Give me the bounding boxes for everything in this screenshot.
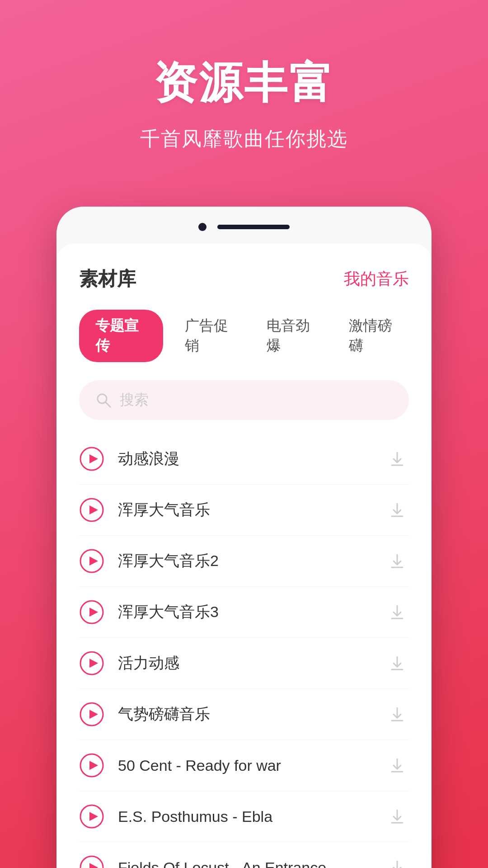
music-name: Fields Of Locust - An Entrance (118, 859, 385, 868)
tab-electronic[interactable]: 电音劲爆 (258, 310, 327, 362)
play-button[interactable] (79, 548, 104, 574)
phone-notch (56, 223, 432, 244)
music-item: 气势磅礴音乐 (79, 689, 409, 740)
svg-marker-3 (89, 454, 98, 463)
download-icon (387, 755, 407, 775)
music-name: E.S. Posthumus - Ebla (118, 808, 385, 826)
hero-title: 资源丰富 (27, 54, 461, 113)
music-name: 50 Cent - Ready for war (118, 757, 385, 774)
music-item: 动感浪漫 (79, 434, 409, 485)
download-icon (387, 449, 407, 469)
music-item: 浑厚大气音乐2 (79, 536, 409, 587)
play-button[interactable] (79, 497, 104, 523)
play-button[interactable] (79, 446, 104, 472)
svg-marker-31 (89, 812, 98, 821)
music-name: 活力动感 (118, 653, 385, 674)
download-icon (387, 704, 407, 724)
play-button[interactable] (79, 651, 104, 676)
music-name: 浑厚大气音乐 (118, 500, 385, 520)
play-button[interactable] (79, 804, 104, 829)
download-button[interactable] (385, 703, 409, 726)
tab-epic[interactable]: 激情磅礴 (340, 310, 409, 362)
download-button[interactable] (385, 856, 409, 868)
music-item: 浑厚大气音乐 (79, 485, 409, 536)
download-icon (387, 807, 407, 826)
music-item: 活力动感 (79, 638, 409, 689)
svg-marker-35 (89, 863, 98, 868)
svg-marker-7 (89, 505, 98, 514)
music-name: 浑厚大气音乐2 (118, 551, 385, 571)
hero-subtitle: 千首风靡歌曲任你挑选 (27, 126, 461, 152)
download-icon (387, 551, 407, 571)
music-list: 动感浪漫 浑厚大气音乐 (79, 434, 409, 868)
search-bar[interactable]: 搜索 (79, 380, 409, 420)
download-icon (387, 602, 407, 622)
play-button[interactable] (79, 855, 104, 868)
music-item: 浑厚大气音乐3 (79, 587, 409, 638)
phone-camera-dot (198, 223, 206, 231)
download-button[interactable] (385, 600, 409, 624)
download-icon (387, 858, 407, 868)
app-content: 素材库 我的音乐 专题宣传 广告促销 电音劲爆 激情磅礴 搜索 (56, 244, 432, 868)
tab-featured[interactable]: 专题宣传 (79, 310, 163, 362)
hero-section: 资源丰富 千首风靡歌曲任你挑选 (0, 0, 488, 179)
music-name: 气势磅礴音乐 (118, 704, 385, 725)
tab-advertising[interactable]: 广告促销 (176, 310, 245, 362)
svg-marker-23 (89, 710, 98, 719)
download-button[interactable] (385, 805, 409, 828)
download-icon (387, 653, 407, 673)
svg-marker-19 (89, 659, 98, 668)
phone-speaker-bar (217, 225, 290, 229)
search-icon (95, 392, 112, 408)
download-icon (387, 500, 407, 520)
phone-mockup: 素材库 我的音乐 专题宣传 广告促销 电音劲爆 激情磅礴 搜索 (56, 207, 432, 868)
category-tabs: 专题宣传 广告促销 电音劲爆 激情磅礴 (79, 310, 409, 362)
svg-marker-27 (89, 761, 98, 770)
svg-marker-15 (89, 608, 98, 617)
music-name: 动感浪漫 (118, 448, 385, 469)
play-button[interactable] (79, 753, 104, 778)
download-button[interactable] (385, 498, 409, 522)
svg-line-1 (106, 402, 110, 407)
svg-marker-11 (89, 557, 98, 566)
search-placeholder-text: 搜索 (120, 390, 149, 410)
download-button[interactable] (385, 447, 409, 471)
play-button[interactable] (79, 702, 104, 727)
music-item: 50 Cent - Ready for war (79, 740, 409, 791)
app-header: 素材库 我的音乐 (79, 266, 409, 292)
music-item: E.S. Posthumus - Ebla (79, 791, 409, 842)
music-name: 浑厚大气音乐3 (118, 602, 385, 623)
my-music-link[interactable]: 我的音乐 (344, 268, 409, 290)
music-item: Fields Of Locust - An Entrance (79, 842, 409, 868)
download-button[interactable] (385, 754, 409, 777)
library-title: 素材库 (79, 266, 136, 292)
play-button[interactable] (79, 599, 104, 625)
download-button[interactable] (385, 651, 409, 675)
download-button[interactable] (385, 549, 409, 573)
